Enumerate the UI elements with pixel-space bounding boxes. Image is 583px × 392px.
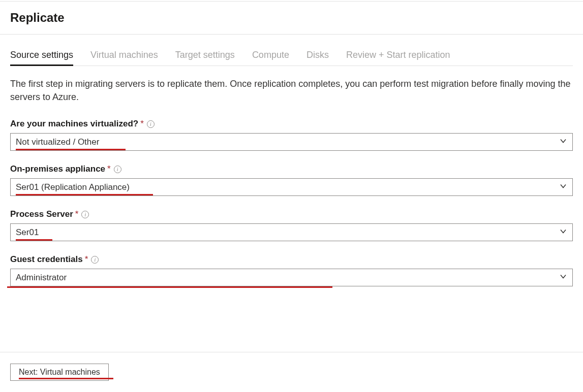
bottom-bar: Next: Virtual machines [0, 352, 583, 392]
annotation-underline [7, 286, 332, 288]
page-title: Replicate [0, 2, 583, 34]
guest-credentials-select[interactable]: Administrator [10, 269, 573, 286]
process-server-label: Process Server * i [10, 209, 573, 219]
guest-credentials-label: Guest credentials * i [10, 254, 573, 265]
tab-target-settings[interactable]: Target settings [175, 50, 235, 66]
info-icon[interactable]: i [147, 120, 155, 128]
required-marker: * [75, 209, 79, 219]
info-icon[interactable]: i [91, 256, 99, 264]
appliance-value: Ser01 (Replication Appliance) [16, 182, 130, 192]
tab-virtual-machines[interactable]: Virtual machines [90, 50, 158, 66]
chevron-down-icon [559, 182, 567, 192]
required-marker: * [107, 164, 111, 174]
virtualized-value: Not virtualized / Other [16, 137, 99, 147]
info-icon[interactable]: i [81, 211, 89, 218]
appliance-select[interactable]: Ser01 (Replication Appliance) [10, 178, 573, 196]
virtualized-select[interactable]: Not virtualized / Other [10, 133, 573, 151]
description-text: The first step in migrating servers is t… [10, 77, 573, 104]
info-icon[interactable]: i [114, 166, 121, 173]
tabs-container: Source settings Virtual machines Target … [10, 50, 573, 66]
tab-review-start[interactable]: Review + Start replication [346, 50, 450, 66]
required-marker: * [140, 119, 144, 129]
appliance-label: On-premises appliance * i [10, 164, 573, 174]
process-server-select[interactable]: Ser01 [10, 223, 573, 241]
required-marker: * [85, 254, 88, 265]
process-server-value: Ser01 [16, 227, 39, 238]
tab-source-settings[interactable]: Source settings [10, 50, 73, 66]
next-button[interactable]: Next: Virtual machines [10, 364, 109, 381]
guest-credentials-value: Administrator [16, 273, 67, 283]
tab-compute[interactable]: Compute [252, 50, 289, 66]
chevron-down-icon [559, 137, 567, 147]
tab-disks[interactable]: Disks [306, 50, 329, 66]
chevron-down-icon [559, 272, 567, 283]
chevron-down-icon [559, 227, 567, 238]
virtualized-label: Are your machines virtualized? * i [10, 119, 573, 129]
